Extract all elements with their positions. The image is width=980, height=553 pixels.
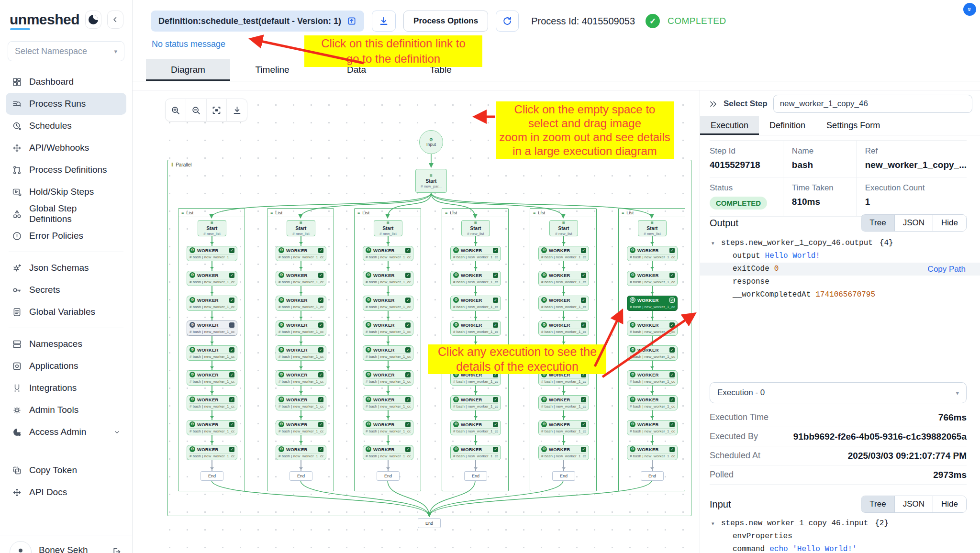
download-diagram-button[interactable] bbox=[227, 99, 247, 121]
worker-node[interactable]: ⚙WORKER✓# bash | new_worker_1_copy_... bbox=[450, 420, 501, 435]
sidebar-item-admin-tools[interactable]: Admin Tools bbox=[6, 399, 126, 421]
list-start-node[interactable]: ≡Start# new_list bbox=[374, 220, 402, 236]
logout-icon[interactable] bbox=[111, 547, 122, 553]
worker-node[interactable]: ⚙WORKER✓# bash | new_worker_1 bbox=[187, 246, 237, 261]
sidebar-item-api-webhooks[interactable]: API/Webhooks bbox=[6, 137, 126, 159]
worker-node[interactable]: ⚙WORKER✓# bash | new_worker_1_copy_... bbox=[363, 395, 413, 410]
worker-node[interactable]: ⚙WORKER✓# bash | new_worker_1_copy_... bbox=[627, 345, 678, 361]
worker-node[interactable]: ⚙WORKER✓# bash | new_worker_1_copy_... bbox=[627, 445, 678, 460]
list-end-node[interactable]: End bbox=[200, 471, 223, 481]
tab-diagram[interactable]: Diagram bbox=[146, 59, 230, 81]
worker-node[interactable]: ⚙WORKER−# bash | new_worker_1_copy_2 bbox=[187, 321, 237, 336]
worker-node[interactable]: ⚙WORKER✓# bash | new_worker_1_copy_... bbox=[538, 246, 589, 261]
zoom-out-button[interactable] bbox=[186, 99, 207, 121]
collapse-panel-icon[interactable] bbox=[709, 100, 718, 109]
worker-node[interactable]: ⚙WORKER✓# bash | new_worker_1_copy_3 bbox=[187, 345, 237, 361]
worker-node[interactable]: ⚙WORKER✓# bash | new_worker_1_copy_... bbox=[538, 296, 589, 311]
process-options-button[interactable]: Process Options bbox=[403, 11, 488, 32]
worker-node[interactable]: ⚙WORKER✓# bash | new_worker_1_copy_... bbox=[363, 445, 413, 460]
tab-timeline[interactable]: Timeline bbox=[230, 59, 314, 81]
parallel-start-node[interactable]: ≡ Start # new_par... bbox=[415, 169, 447, 193]
list-start-node[interactable]: ≡Start# new_list bbox=[549, 220, 578, 236]
worker-node[interactable]: ⚙WORKER✓# bash | new_worker_1_copy_6 bbox=[187, 420, 237, 435]
worker-node[interactable]: ⚙WORKER✓# bash | new_worker_1_copy_4 bbox=[187, 370, 237, 386]
worker-node[interactable]: ⚙WORKER✓# bash | new_worker_1_copy_5 bbox=[187, 395, 237, 410]
worker-node[interactable]: ⚙WORKER✓# bash | new_worker_1_copy_... bbox=[627, 370, 678, 386]
list-end-node[interactable]: End bbox=[377, 471, 400, 481]
worker-node[interactable]: ⚙WORKER✓# bash | new_worker_1_copy_... bbox=[538, 321, 589, 336]
sidebar-item-copy-token[interactable]: Copy Token bbox=[6, 459, 126, 481]
sidebar-item-global-variables[interactable]: Global Variables bbox=[6, 301, 126, 323]
worker-node[interactable]: ⚙WORKER✓# bash | new_worker_1_copy_... bbox=[450, 296, 501, 311]
worker-node[interactable]: ⚙WORKER✓# bash | new_worker_1_copy_... bbox=[450, 395, 501, 410]
parallel-container[interactable]: ‖ Parallel bbox=[167, 160, 691, 516]
sidebar-item-namespaces[interactable]: Namespaces bbox=[6, 333, 126, 355]
sidebar-item-secrets[interactable]: Secrets bbox=[6, 279, 126, 301]
list-start-node[interactable]: ≡Start# new_list bbox=[638, 220, 667, 236]
sidebar-item-global-step-definitions[interactable]: Global Step Definitions bbox=[6, 203, 126, 225]
list-column-2[interactable]: ≡List≡Start# new_list⚙WORKER✓# bash | ne… bbox=[267, 208, 334, 491]
worker-node[interactable]: ⚙WORKER✓# bash | new_worker_1_copy_... bbox=[363, 370, 413, 386]
list-end-node[interactable]: End bbox=[464, 471, 487, 481]
sidebar-item-applications[interactable]: Applications bbox=[6, 355, 126, 377]
worker-node[interactable]: ⚙WORKER✓# bash | new_worker_1_copy_... bbox=[538, 395, 589, 410]
worker-node[interactable]: ⚙WORKER✓# bash | new_worker_1_copy_... bbox=[450, 321, 501, 336]
worker-node[interactable]: ⚙WORKER✓# bash | new_worker_1_copy_... bbox=[363, 345, 413, 361]
list-start-node[interactable]: ≡Start# new_list bbox=[198, 220, 226, 236]
sidebar-item-hold-skip-steps[interactable]: Hold/Skip Steps bbox=[6, 181, 126, 203]
sidebar-item-integrations[interactable]: Integrations bbox=[6, 377, 126, 399]
worker-node[interactable]: ⚙WORKER✓# bash | new_worker_1_copy_... bbox=[363, 420, 413, 435]
panel-tab-settings-form[interactable]: Settings Form bbox=[816, 116, 891, 135]
worker-node[interactable]: ⚙WORKER✓# bash | new_worker_1_copy_... bbox=[627, 420, 678, 435]
worker-node[interactable]: ⚙WORKER✓# bash | new_worker_1_copy_... bbox=[450, 271, 501, 286]
panel-tab-execution[interactable]: Execution bbox=[700, 116, 759, 135]
collapse-sidebar-button[interactable] bbox=[107, 11, 123, 29]
worker-node[interactable]: ⚙WORKER✓# bash | new_worker_1_copy_... bbox=[276, 445, 326, 460]
tree-caret-icon[interactable]: ▾ bbox=[712, 517, 721, 530]
sidebar-item-json-schemas[interactable]: Json Schemas bbox=[6, 257, 126, 279]
list-column-6[interactable]: ≡List≡Start# new_list⚙WORKER✓# bash | ne… bbox=[618, 208, 685, 491]
worker-node[interactable]: ⚙WORKER✓# bash | new_worker_1_copy_... bbox=[276, 420, 326, 435]
execution-select[interactable]: Execution - 0 ▾ bbox=[710, 382, 967, 403]
worker-node[interactable]: ⚙WORKER✓# bash | new_worker_1_copy_1 bbox=[187, 296, 237, 311]
select-step-input[interactable] bbox=[773, 95, 972, 113]
worker-node[interactable]: ⚙WORKER✓# bash | new_worker_1_copy_... bbox=[627, 271, 678, 286]
sidebar-item-access-admin[interactable]: Access Admin bbox=[6, 421, 126, 443]
list-start-node[interactable]: ≡Start# new_list bbox=[461, 220, 490, 236]
worker-node[interactable]: ⚙WORKER✓# bash | new_worker_1_copy_... bbox=[627, 246, 678, 261]
input-node[interactable]: ⚙ Input bbox=[419, 130, 443, 154]
list-end-node[interactable]: End bbox=[290, 471, 312, 481]
definition-link[interactable]: Definition:schedule_test(default - Versi… bbox=[151, 11, 364, 32]
sidebar-item-error-policies[interactable]: Error Policies bbox=[6, 225, 126, 247]
list-start-node[interactable]: ≡Start# new_list bbox=[287, 220, 315, 236]
worker-node[interactable]: ⚙WORKER✓# bash | new_worker_1_copy_... bbox=[363, 246, 413, 261]
worker-node[interactable]: ⚙WORKER✓# bash | new_worker_1_copy_... bbox=[276, 271, 326, 286]
worker-node[interactable]: ⚙WORKER✓# bash | new_worker_1_copy_... bbox=[538, 420, 589, 435]
worker-node[interactable]: ⚙WORKER✓# bash | new_worker_1_copy_... bbox=[538, 271, 589, 286]
widget-badge-icon[interactable]: » bbox=[963, 3, 976, 16]
output-view-hide-button[interactable]: Hide bbox=[933, 215, 966, 231]
list-column-1[interactable]: ≡List≡Start# new_list⚙WORKER✓# bash | ne… bbox=[178, 208, 245, 491]
sidebar-item-api-docs[interactable]: API Docs bbox=[6, 481, 126, 503]
input-view-tree-button[interactable]: Tree bbox=[861, 496, 894, 512]
sidebar-item-process-runs[interactable]: Process Runs bbox=[6, 93, 126, 115]
worker-node[interactable]: ⚙WORKER✓# bash | new_worker_1_copy_... bbox=[276, 395, 326, 410]
list-end-node[interactable]: End bbox=[641, 471, 664, 481]
sidebar-item-schedules[interactable]: Schedules bbox=[6, 115, 126, 137]
worker-node[interactable]: ⚙WORKER✓# bash | new_worker_1_copy_... bbox=[276, 370, 326, 386]
worker-node[interactable]: ⚙WORKER✓# bash | new_worker_1_copy_... bbox=[276, 345, 326, 361]
list-column-3[interactable]: ≡List≡Start# new_list⚙WORKER✓# bash | ne… bbox=[354, 208, 421, 491]
tree-caret-icon[interactable]: ▾ bbox=[712, 237, 721, 250]
worker-node[interactable]: ⚙WORKER✓# bash | new_worker_1_copy_... bbox=[363, 271, 413, 286]
refresh-button[interactable] bbox=[496, 11, 519, 32]
worker-node[interactable]: ⚙WORKER✓# bash | new_worker_1_copy_... bbox=[450, 246, 501, 261]
worker-node[interactable]: ⚙WORKER✓# bash | new_worker_1_copy_... bbox=[363, 321, 413, 336]
worker-node[interactable]: ⚙WORKER✓# bash | new_worker_1_copy_... bbox=[627, 296, 678, 311]
worker-node[interactable]: ⚙WORKER✓# bash | new_worker_1_copy_... bbox=[276, 296, 326, 311]
worker-node[interactable]: ⚙WORKER✓# bash | new_worker_1_copy_... bbox=[450, 445, 501, 460]
download-button[interactable] bbox=[372, 11, 396, 32]
input-view-hide-button[interactable]: Hide bbox=[933, 496, 966, 512]
diagram-canvas[interactable]: ⚙ Input ‖ Parallel ≡ Start # new_par... … bbox=[133, 90, 700, 553]
worker-node[interactable]: ⚙WORKER✓# bash | new_worker_1_copy_... bbox=[363, 296, 413, 311]
output-view-tree-button[interactable]: Tree bbox=[861, 215, 894, 231]
